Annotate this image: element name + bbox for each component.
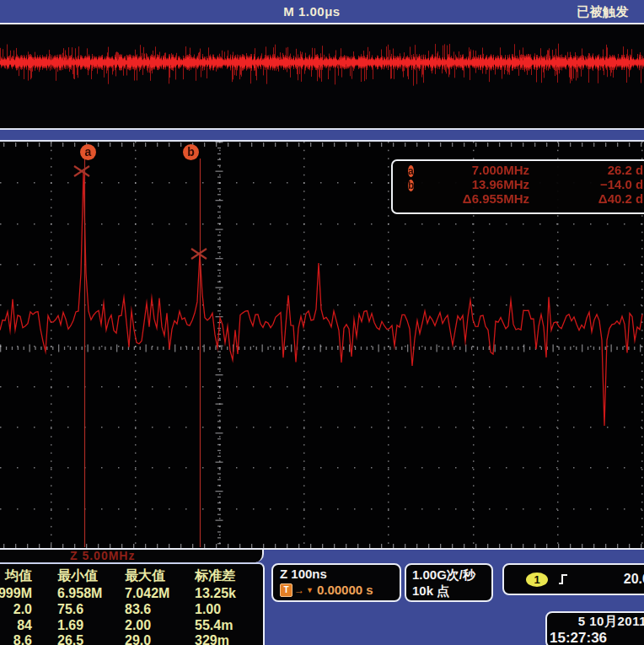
trigger-status-label: 已被触发: [577, 4, 629, 20]
trigger-delay-value: 0.00000 s: [317, 583, 373, 597]
table-cell: 84: [0, 618, 32, 633]
time-label: 15:27:36: [550, 630, 644, 645]
cursor-a-frequency: 7.000MHz: [428, 163, 529, 177]
table-cell: 55.4m: [195, 618, 233, 633]
cursor-a-badge[interactable]: a: [80, 144, 96, 160]
table-cell: 75.6: [57, 602, 83, 617]
meas-header-mean: 均值: [0, 567, 32, 585]
trigger-t-icon: T: [280, 583, 292, 597]
table-cell: 83.6: [125, 602, 151, 617]
trigger-settings-box[interactable]: 1 20.6 V: [502, 563, 644, 595]
triangle-down-icon: ▼: [306, 586, 314, 594]
rising-edge-icon: [556, 572, 570, 586]
measurement-table: 均值 最小值 最大值 标准差 999M 6.958M 7.042M 13.25k…: [0, 562, 265, 645]
table-cell: 999M: [0, 586, 32, 601]
panel-divider-bar: [0, 128, 644, 142]
table-cell: 1.69: [57, 618, 83, 633]
trigger-level-value: 20.6 V: [624, 572, 644, 587]
zoom-timebase-box[interactable]: Z 100ns T → ▼ 0.00000 s: [271, 563, 401, 602]
datetime-box: 5 10月2011 15:27:36: [545, 611, 644, 645]
cursor-b-level: −14.0 dB: [529, 177, 644, 191]
meas-header-stddev: 标准差: [195, 567, 235, 585]
cursor-delta-frequency: Δ6.955MHz: [428, 191, 529, 206]
table-cell: 329m: [195, 633, 229, 645]
table-cell: 1.00: [195, 602, 221, 617]
table-cell: 6.958M: [57, 586, 102, 601]
meas-header-min: 最小值: [57, 567, 98, 585]
oscilloscope-screen: { "top_bar": { "timebase_label": "M 1.00…: [0, 0, 644, 645]
cursor-b-frequency: 13.96MHz: [428, 177, 529, 191]
date-label: 5 10月2011: [550, 614, 644, 630]
table-cell: 13.25k: [195, 586, 236, 601]
sample-rate-label: 1.00G次/秒: [412, 567, 491, 583]
cursor-b-badge[interactable]: b: [183, 144, 199, 160]
zoom-timebase-label: Z 100ns: [280, 567, 400, 581]
channel-1-badge: 1: [526, 572, 548, 587]
table-cell: 7.042M: [125, 586, 169, 601]
record-length-label: 10k 点: [412, 583, 491, 599]
table-cell: 26.5: [57, 633, 83, 645]
cursor-a-level: 26.2 dB: [529, 163, 644, 177]
meas-header-max: 最大值: [125, 567, 165, 585]
top-status-bar: M 1.00μs 已被触发: [0, 0, 644, 24]
table-cell: 8.6: [0, 633, 32, 645]
ch1-waveform-canvas: [0, 24, 644, 128]
cursor-delta-level: Δ40.2 dB: [529, 191, 644, 206]
timebase-label: M 1.00μs: [283, 4, 340, 19]
table-cell: 29.0: [125, 633, 151, 645]
table-cell: 2.00: [125, 618, 151, 633]
cursor-b-readout-badge: b: [408, 180, 414, 191]
arrow-right-icon: →: [294, 584, 304, 596]
zoom-scale-label: Z 5.00MHz: [70, 550, 135, 562]
zoom-scale-notch: Z 5.00MHz: [0, 550, 264, 562]
table-cell: 2.0: [0, 602, 32, 617]
cursor-a-readout-badge: a: [408, 165, 414, 177]
cursor-readout-panel: a 7.000MHz 26.2 dB b 13.96MHz −14.0 dB Δ…: [391, 159, 644, 214]
time-domain-panel: [0, 24, 644, 128]
acquisition-box[interactable]: 1.00G次/秒 10k 点: [405, 563, 493, 602]
